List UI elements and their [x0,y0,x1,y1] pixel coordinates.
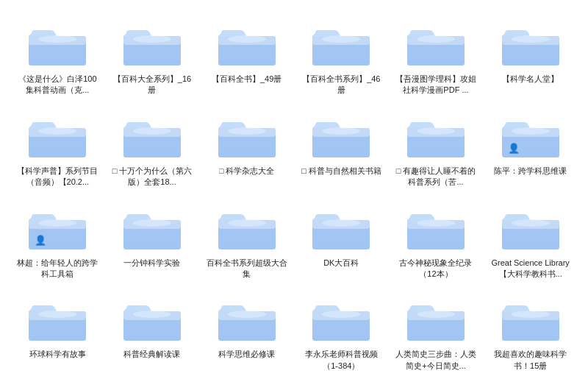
folder-label-19: 环球科学有故事 [29,349,86,360]
svg-point-18 [417,35,455,43]
svg-rect-11 [218,60,276,65]
folder-icon-22 [309,293,373,346]
folder-item-22[interactable]: 李永乐老师科普视频（1-384） [297,290,386,375]
folder-item-3[interactable]: 【百科全书】_49册 [202,15,291,99]
svg-point-88 [322,311,360,318]
folder-label-20: 科普经典解读课 [123,349,180,360]
folder-icon-11 [404,110,468,163]
folder-item-2[interactable]: 【百科大全系列】_16册 [108,15,197,99]
folder-label-18: Great Science Library【大科学教科书... [490,258,571,280]
svg-point-42 [417,127,455,135]
folder-item-18[interactable]: Great Science Library【大科学教科书... [486,199,575,283]
svg-point-76 [38,311,76,318]
svg-point-34 [228,127,266,135]
folder-item-21[interactable]: 科学思维必修课 [202,290,291,375]
folder-icon-12: 👤 [498,110,563,163]
folder-item-19[interactable]: 环球科学有故事 [13,290,102,375]
svg-rect-77 [29,335,86,341]
folder-label-9: □ 科学杂志大全 [219,166,275,177]
svg-point-68 [417,219,455,227]
folder-icon-15 [215,202,279,255]
folder-icon-19 [25,293,90,346]
folder-icon-24 [498,293,563,346]
folder-label-13: 林超：给年轻人的跨学科工具箱 [17,258,98,280]
folder-label-22: 李永乐老师科普视频（1-384） [301,349,381,372]
folder-item-9[interactable]: □ 科学杂志大全 [202,107,291,191]
svg-point-80 [133,311,171,318]
folder-item-14[interactable]: 一分钟科学实验 [108,199,197,283]
svg-point-56 [133,219,171,227]
folder-label-17: 古今神秘现象全纪录（12本） [395,258,476,280]
svg-point-14 [322,35,360,43]
folder-icon-3 [215,18,279,71]
folder-item-13[interactable]: 👤 林超：给年轻人的跨学科工具箱 [13,199,102,283]
svg-rect-15 [312,60,370,65]
svg-point-96 [512,311,550,318]
svg-rect-73 [502,244,559,249]
folder-icon-20 [120,293,184,346]
folder-item-24[interactable]: 我超喜欢的趣味科学书！15册 [486,290,575,375]
folder-label-12: 陈平：跨学科思维课 [494,166,567,177]
svg-point-84 [228,311,266,318]
svg-point-2 [38,35,76,43]
svg-point-60 [228,219,266,227]
folder-icon-5 [404,18,468,71]
folder-item-16[interactable]: DK大百科 [297,199,386,283]
svg-rect-89 [312,335,370,341]
folder-label-21: 科学思维必修课 [218,349,275,360]
svg-rect-81 [123,335,181,341]
folder-icon-9 [215,110,279,163]
folder-icon-14 [120,202,184,255]
svg-rect-27 [29,152,86,157]
folder-icon-4 [309,18,373,71]
folder-label-11: □ 有趣得让人睡不着的科普系列（苦... [395,166,476,188]
folder-icon-21 [215,293,279,346]
folder-item-5[interactable]: 【吾漫图学理科】攻姐社科学漫画PDF ... [392,15,481,99]
folder-item-4[interactable]: 【百科全书系列】_46册 [297,15,386,99]
folder-label-8: □ 十万个为什么（第六版）全套18... [112,166,193,188]
svg-point-38 [322,127,360,135]
folder-item-12[interactable]: 👤 陈平：跨学科思维课 [486,107,575,191]
svg-rect-61 [218,244,276,249]
folder-item-15[interactable]: 百科全书系列超级大合集 [202,199,291,283]
folder-icon-8 [120,110,184,163]
svg-point-22 [512,35,550,43]
folder-icon-23 [404,293,468,346]
folder-item-20[interactable]: 科普经典解读课 [108,290,197,375]
folder-icon-10 [309,110,373,163]
svg-point-46 [512,127,550,135]
folder-label-14: 一分钟科学实验 [123,258,180,269]
folder-item-7[interactable]: 【科学声普】系列节目（音频）【20.2... [13,107,102,191]
folder-item-23[interactable]: 人类简史三步曲：人类简史+今日简史... [392,290,481,375]
folder-item-1[interactable]: 《这是什么》白泽100集科普动画（克... [13,15,102,99]
svg-point-30 [133,127,171,135]
svg-rect-35 [218,152,276,157]
svg-rect-7 [123,60,181,65]
folder-item-10[interactable]: □ 科普与自然相关书籍 [297,107,386,191]
folder-item-11[interactable]: □ 有趣得让人睡不着的科普系列（苦... [392,107,481,191]
folder-label-23: 人类简史三步曲：人类简史+今日简史... [395,349,476,372]
folder-icon-7 [25,110,90,163]
svg-rect-65 [312,244,370,249]
folder-label-10: □ 科普与自然相关书籍 [301,166,381,177]
folder-label-5: 【吾漫图学理科】攻姐社科学漫画PDF ... [395,74,476,96]
svg-rect-85 [218,335,276,341]
folder-label-1: 《这是什么》白泽100集科普动画（克... [17,74,98,96]
svg-point-92 [417,311,455,318]
svg-rect-43 [407,152,465,157]
folder-icon-16 [309,202,373,255]
svg-point-64 [322,219,360,227]
svg-rect-23 [502,60,559,65]
folder-item-6[interactable]: 【科学名人堂】 [486,15,575,99]
svg-rect-69 [407,244,465,249]
folder-icon-13: 👤 [25,202,90,255]
svg-point-10 [228,35,266,43]
svg-rect-57 [123,244,181,249]
folder-label-15: 百科全书系列超级大合集 [207,258,287,280]
svg-point-72 [512,219,550,227]
folder-item-17[interactable]: 古今神秘现象全纪录（12本） [392,199,481,283]
svg-rect-19 [407,60,465,65]
svg-rect-3 [29,60,86,65]
folder-label-16: DK大百科 [323,258,359,269]
folder-item-8[interactable]: □ 十万个为什么（第六版）全套18... [108,107,197,191]
